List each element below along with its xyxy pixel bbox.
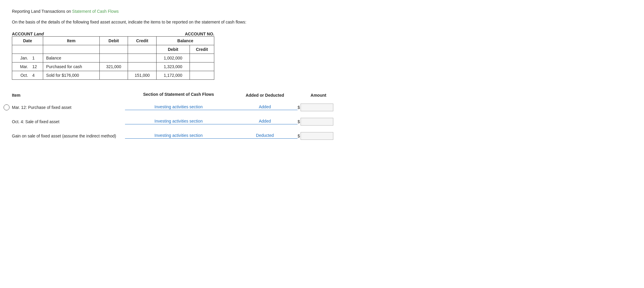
- th-bal-debit: Debit: [157, 45, 190, 54]
- bottom-data-row: Gain on sale of fixed asset (assume the …: [12, 132, 632, 140]
- title-link[interactable]: Statement of Cash Flows: [72, 9, 118, 14]
- account-table: Date Item Debit Credit Balance Debit Cre…: [12, 36, 214, 80]
- row-amount-cell: $: [298, 132, 339, 140]
- row-added-value: Added: [232, 119, 298, 124]
- date-main: Oct.: [12, 71, 31, 80]
- th-item-empty: [43, 45, 100, 54]
- table-row: Jan. 1 Balance 1,002,000: [12, 54, 214, 62]
- circle-marker: [4, 104, 10, 110]
- bal-credit-cell: [190, 54, 214, 62]
- amount-input[interactable]: [301, 132, 333, 140]
- bottom-data-row: Oct. 4: Sale of fixed asset Investing ac…: [12, 118, 632, 126]
- row-section-value: Investing activities section: [125, 133, 232, 139]
- th-debit: Debit: [99, 37, 128, 45]
- dollar-sign: $: [298, 119, 300, 124]
- row-added-value: Added: [232, 104, 298, 110]
- item-cell: Purchased for cash: [43, 62, 100, 71]
- bal-credit-cell: [190, 62, 214, 71]
- account-header: ACCOUNT Land ACCOUNT NO.: [12, 32, 214, 36]
- item-cell: Sold for $176,000: [43, 71, 100, 80]
- table-row: Mar. 12 Purchased for cash 321,000 1,323…: [12, 62, 214, 71]
- bal-debit-cell: 1,172,000: [157, 71, 190, 80]
- credit-cell: [128, 62, 157, 71]
- description: On the basis of the details of the follo…: [12, 20, 632, 24]
- table-row: Oct. 4 Sold for $176,000 151,000 1,172,0…: [12, 71, 214, 80]
- debit-cell: 321,000: [99, 62, 128, 71]
- row-section-value: Investing activities section: [125, 119, 232, 124]
- account-name: Land: [34, 32, 44, 36]
- amount-input[interactable]: [301, 118, 333, 126]
- col-added-header: Added or Deducted: [232, 93, 298, 98]
- col-section-header: Section of Statement of Cash Flows: [125, 92, 232, 98]
- credit-cell: [128, 54, 157, 62]
- dollar-sign: $: [298, 134, 300, 138]
- debit-cell: [99, 54, 128, 62]
- th-bal-credit: Credit: [190, 45, 214, 54]
- bal-debit-cell: 1,323,000: [157, 62, 190, 71]
- row-item-label: Oct. 4: Sale of fixed asset: [12, 119, 125, 124]
- col-item-header: Item: [12, 93, 125, 98]
- debit-cell: [99, 71, 128, 80]
- th-item: Item: [43, 37, 100, 45]
- th-debit-empty: [99, 45, 128, 54]
- bottom-data-row: Mar. 12: Purchase of fixed asset Investi…: [12, 104, 632, 111]
- bottom-rows-container: Mar. 12: Purchase of fixed asset Investi…: [12, 104, 632, 140]
- th-date: Date: [12, 37, 43, 45]
- row-item-label: Gain on sale of fixed asset (assume the …: [12, 134, 125, 138]
- row-item-label: Mar. 12: Purchase of fixed asset: [12, 105, 125, 110]
- bal-credit-cell: [190, 71, 214, 80]
- col-amount-header: Amount: [298, 93, 339, 98]
- row-amount-cell: $: [298, 104, 339, 111]
- item-cell: Balance: [43, 54, 100, 62]
- title-prefix: Reporting Land Transactions on: [12, 9, 72, 14]
- bottom-header-row: Item Section of Statement of Cash Flows …: [12, 92, 632, 98]
- account-table-wrapper: Date Item Debit Credit Balance Debit Cre…: [12, 36, 632, 80]
- account-label: ACCOUNT Land: [12, 32, 44, 36]
- th-credit-empty: [128, 45, 157, 54]
- dollar-sign: $: [298, 105, 300, 110]
- account-no: ACCOUNT NO.: [185, 32, 214, 36]
- row-section-value: Investing activities section: [125, 104, 232, 110]
- date-sub: 12: [31, 62, 43, 71]
- row-added-value: Deducted: [232, 133, 298, 139]
- credit-cell: 151,000: [128, 71, 157, 80]
- th-date-empty: [12, 45, 43, 54]
- bal-debit-cell: 1,002,000: [157, 54, 190, 62]
- bottom-section: Item Section of Statement of Cash Flows …: [12, 92, 632, 140]
- th-credit: Credit: [128, 37, 157, 45]
- date-sub: 4: [31, 71, 43, 80]
- row-amount-cell: $: [298, 118, 339, 126]
- amount-input[interactable]: [301, 104, 333, 111]
- page-title: Reporting Land Transactions on Statement…: [12, 9, 632, 14]
- date-main: Jan.: [12, 54, 31, 62]
- date-main: Mar.: [12, 62, 31, 71]
- th-balance: Balance: [157, 37, 214, 45]
- date-sub: 1: [31, 54, 43, 62]
